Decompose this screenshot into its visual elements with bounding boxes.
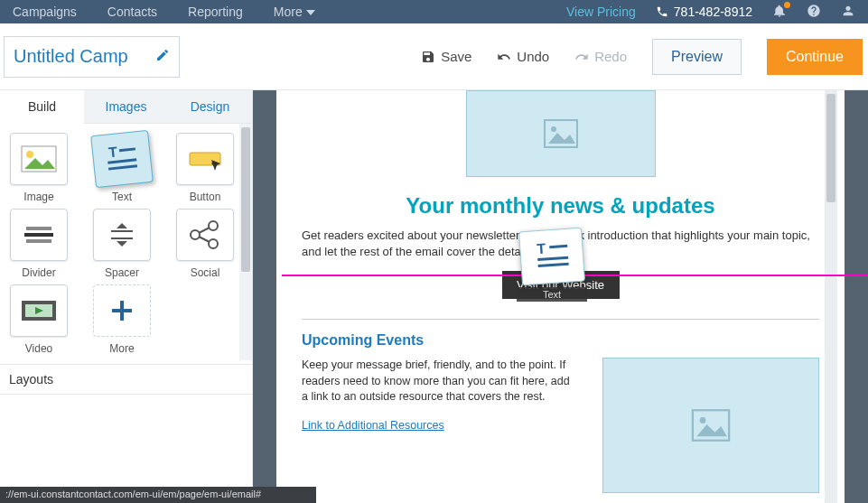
- svg-point-22: [551, 126, 556, 132]
- nav-right: View Pricing 781-482-8912: [566, 4, 855, 21]
- divider-line: [302, 319, 819, 320]
- video-block-icon: [20, 297, 58, 324]
- nav-more[interactable]: More: [274, 5, 315, 19]
- redo-button[interactable]: Redo: [574, 49, 627, 64]
- svg-rect-5: [108, 164, 137, 170]
- image-block-icon: [21, 145, 57, 172]
- view-pricing-link[interactable]: View Pricing: [566, 5, 636, 19]
- redo-label: Redo: [594, 49, 627, 64]
- drag-ghost: T Text: [517, 229, 587, 302]
- tab-build[interactable]: Build: [0, 90, 84, 124]
- svg-rect-11: [111, 238, 133, 239]
- redo-icon: [574, 50, 589, 64]
- top-nav: Campaigns Contacts Reporting More View P…: [0, 0, 868, 23]
- help-icon: [807, 4, 821, 18]
- sidebar: Build Images Design Image T Text Button: [0, 90, 253, 503]
- help-button[interactable]: [807, 4, 821, 21]
- campaign-title-box[interactable]: [4, 36, 180, 78]
- phone-icon: [656, 5, 668, 18]
- nav-contacts[interactable]: Contacts: [107, 5, 157, 19]
- block-label: Divider: [22, 266, 55, 279]
- svg-line-15: [199, 228, 210, 233]
- save-button[interactable]: Save: [421, 49, 471, 64]
- main-area: Build Images Design Image T Text Button: [0, 90, 868, 503]
- block-social[interactable]: Social: [172, 209, 238, 279]
- svg-point-12: [191, 230, 200, 239]
- block-text[interactable]: T Text: [89, 133, 155, 203]
- svg-point-13: [209, 221, 218, 230]
- tab-images[interactable]: Images: [84, 90, 168, 124]
- block-more[interactable]: More: [89, 284, 155, 355]
- image-placeholder-icon: [690, 408, 732, 442]
- svg-text:T: T: [537, 240, 546, 256]
- block-button[interactable]: Button: [172, 133, 238, 203]
- sidebar-scrollbar[interactable]: [239, 124, 252, 360]
- svg-rect-8: [24, 233, 53, 237]
- block-divider[interactable]: Divider: [5, 209, 72, 279]
- hero-image-placeholder[interactable]: [466, 90, 656, 177]
- phone-number[interactable]: 781-482-8912: [656, 5, 752, 19]
- profile-button[interactable]: [841, 4, 855, 21]
- svg-rect-7: [26, 227, 51, 230]
- svg-rect-20: [112, 309, 132, 312]
- svg-rect-28: [538, 263, 569, 267]
- spacer-block-icon: [104, 219, 140, 250]
- block-label: More: [109, 342, 134, 355]
- block-label: Text: [112, 191, 132, 203]
- save-icon: [421, 50, 435, 64]
- drag-ghost-label: Text: [517, 287, 587, 302]
- svg-text:T: T: [107, 144, 118, 161]
- status-bar: ://em-ui.constantcontact.com/em-ui/em/pa…: [0, 487, 316, 503]
- undo-label: Undo: [517, 49, 549, 64]
- text-block-icon: T: [102, 142, 141, 176]
- block-image[interactable]: Image: [5, 133, 72, 203]
- block-label: Button: [190, 191, 221, 203]
- scroll-thumb[interactable]: [241, 127, 250, 272]
- nav-reporting[interactable]: Reporting: [188, 5, 243, 19]
- text-block-icon: T: [531, 238, 574, 275]
- svg-rect-9: [26, 239, 51, 243]
- section-image-placeholder[interactable]: [602, 358, 819, 493]
- two-column-section: Keep your message brief, friendly, and t…: [302, 358, 819, 493]
- button-block-icon: [186, 145, 224, 172]
- nav-campaigns[interactable]: Campaigns: [13, 5, 77, 19]
- svg-point-1: [26, 151, 33, 158]
- action-bar: Save Undo Redo Preview Continue: [0, 23, 868, 90]
- notifications-button[interactable]: [772, 4, 787, 21]
- block-video[interactable]: Video: [5, 284, 72, 355]
- save-label: Save: [441, 49, 471, 64]
- canvas-scroll-thumb[interactable]: [826, 94, 835, 202]
- layouts-section-header[interactable]: Layouts: [0, 364, 252, 395]
- sidebar-tabs: Build Images Design: [0, 90, 252, 124]
- canvas-scrollbar[interactable]: [825, 90, 837, 503]
- chevron-down-icon: [306, 10, 315, 15]
- upcoming-body-text: Keep your message brief, friendly, and t…: [302, 359, 570, 403]
- notification-dot: [784, 2, 790, 8]
- email-headline[interactable]: Your monthly news & updates: [302, 193, 819, 219]
- action-buttons: Save Undo Redo Preview Continue: [421, 39, 868, 75]
- divider-block-icon: [21, 221, 57, 248]
- undo-icon: [497, 50, 511, 64]
- block-spacer[interactable]: Spacer: [89, 209, 155, 279]
- svg-rect-3: [119, 147, 135, 152]
- plus-icon: [108, 297, 135, 324]
- tab-design[interactable]: Design: [168, 90, 252, 124]
- upcoming-events-title[interactable]: Upcoming Events: [302, 332, 819, 349]
- user-icon: [841, 4, 855, 18]
- svg-line-16: [199, 237, 210, 242]
- undo-button[interactable]: Undo: [497, 49, 549, 64]
- nav-left: Campaigns Contacts Reporting More: [13, 5, 315, 19]
- svg-point-14: [209, 239, 218, 248]
- campaign-title-input[interactable]: [14, 46, 140, 67]
- block-label: Video: [25, 342, 52, 355]
- phone-text: 781-482-8912: [674, 5, 752, 19]
- block-label: Spacer: [105, 266, 139, 279]
- image-placeholder-icon: [543, 118, 579, 149]
- additional-resources-link[interactable]: Link to Additional Resources: [302, 418, 444, 434]
- upcoming-text[interactable]: Keep your message brief, friendly, and t…: [302, 358, 579, 493]
- svg-rect-27: [537, 256, 568, 261]
- pencil-icon[interactable]: [155, 48, 170, 66]
- block-label: Social: [191, 266, 220, 279]
- preview-button[interactable]: Preview: [652, 39, 742, 75]
- continue-button[interactable]: Continue: [767, 39, 863, 75]
